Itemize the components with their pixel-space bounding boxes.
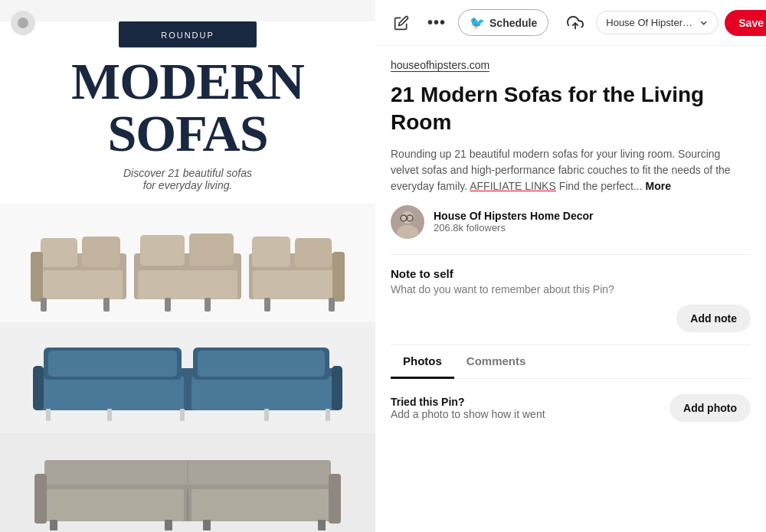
author-followers: 206.8k followers (434, 222, 594, 233)
svg-rect-19 (264, 298, 270, 312)
tried-text: Tried this Pin? Add a photo to show how … (391, 396, 545, 420)
left-panel: ROUNDUP MODERN SOFAS Discover 21 beautif… (0, 0, 375, 532)
svg-rect-30 (46, 409, 51, 421)
schedule-icon: 🐦 (470, 15, 485, 30)
tab-comments[interactable]: Comments (454, 345, 538, 379)
svg-rect-6 (253, 270, 337, 299)
svg-rect-27 (198, 351, 325, 377)
tried-sub: Add a photo to show how it went (391, 408, 545, 420)
svg-point-0 (18, 18, 28, 28)
svg-rect-36 (46, 489, 184, 521)
svg-rect-7 (41, 238, 77, 267)
board-selector[interactable]: House Of Hipsters ... (596, 11, 719, 34)
svg-rect-34 (326, 409, 330, 421)
tab-photos[interactable]: Photos (391, 345, 454, 379)
note-title: Note to self (391, 267, 751, 280)
svg-rect-33 (264, 409, 269, 421)
pin-title-block: MODERN SOFAS (0, 47, 375, 164)
pin-main-title-line2: SOFAS (23, 107, 352, 159)
svg-rect-28 (33, 366, 44, 410)
schedule-button[interactable]: 🐦 Schedule (458, 9, 548, 36)
pin-main-title-line1: MODERN (23, 55, 352, 107)
svg-rect-42 (329, 474, 341, 524)
svg-rect-32 (180, 409, 185, 421)
pin-description: Rounding up 21 beautiful modern sofas fo… (391, 146, 751, 194)
sofa-image-3 (0, 433, 375, 532)
sofa-image-2 (0, 322, 375, 433)
toolbar: ••• 🐦 Schedule House Of Hipsters ... Sav… (375, 0, 766, 46)
svg-rect-18 (205, 298, 211, 312)
note-placeholder: What do you want to remember about this … (391, 283, 751, 295)
svg-rect-13 (31, 252, 43, 302)
svg-rect-41 (34, 474, 47, 524)
svg-rect-43 (50, 520, 57, 530)
svg-rect-23 (192, 376, 333, 410)
tabs-bar: Photos Comments (391, 345, 751, 379)
svg-rect-9 (140, 235, 185, 266)
svg-rect-44 (165, 520, 172, 530)
tabs-section: Photos Comments Tried this Pin? Add a ph… (391, 344, 751, 437)
svg-rect-12 (295, 238, 332, 267)
author-section: House Of Hipsters Home Decor 206.8k foll… (391, 205, 751, 239)
chevron-down-icon (699, 18, 709, 28)
svg-rect-45 (203, 520, 211, 530)
pin-subtitle: Discover 21 beautiful sofas for everyday… (0, 164, 375, 204)
avatar[interactable] (391, 205, 424, 239)
author-name[interactable]: House Of Hipsters Home Decor (434, 210, 594, 222)
source-link[interactable]: houseofhipsters.com (391, 59, 489, 72)
svg-rect-8 (82, 237, 120, 267)
pin-image: ROUNDUP MODERN SOFAS Discover 21 beautif… (0, 21, 375, 532)
svg-rect-15 (41, 298, 47, 312)
author-info: House Of Hipsters Home Decor 206.8k foll… (434, 210, 594, 233)
svg-rect-31 (107, 409, 112, 421)
svg-rect-16 (103, 298, 110, 312)
svg-rect-22 (42, 376, 184, 410)
tried-section: Tried this Pin? Add a photo to show how … (391, 379, 751, 437)
svg-rect-46 (318, 520, 326, 530)
svg-rect-29 (332, 366, 342, 410)
more-options-button[interactable]: ••• (421, 8, 452, 38)
svg-rect-20 (329, 298, 335, 312)
content-area: houseofhipsters.com 21 Modern Sofas for … (375, 46, 766, 532)
add-note-button[interactable]: Add note (676, 305, 751, 332)
svg-rect-11 (252, 237, 290, 267)
sofa-image-1 (0, 204, 375, 322)
svg-rect-17 (165, 298, 171, 312)
right-panel: ••• 🐦 Schedule House Of Hipsters ... Sav… (375, 0, 766, 532)
pin-title: 21 Modern Sofas for the Living Room (391, 81, 751, 137)
more-link[interactable]: More (646, 180, 671, 192)
back-icon[interactable] (11, 11, 35, 35)
save-button[interactable]: Save (725, 10, 766, 36)
affiliate-links-text: AFFILIATE LINKS (470, 180, 556, 192)
edit-button[interactable] (388, 9, 415, 37)
upload-button[interactable] (561, 8, 590, 38)
add-photo-button[interactable]: Add photo (669, 394, 751, 422)
note-section: Note to self What do you want to remembe… (391, 254, 751, 332)
svg-rect-37 (192, 489, 329, 521)
svg-rect-10 (189, 233, 234, 266)
svg-rect-4 (38, 270, 123, 299)
roundup-badge: ROUNDUP (119, 21, 257, 47)
svg-rect-26 (48, 351, 177, 377)
tried-title: Tried this Pin? (391, 396, 545, 408)
svg-rect-14 (332, 252, 345, 302)
svg-rect-5 (138, 270, 237, 299)
